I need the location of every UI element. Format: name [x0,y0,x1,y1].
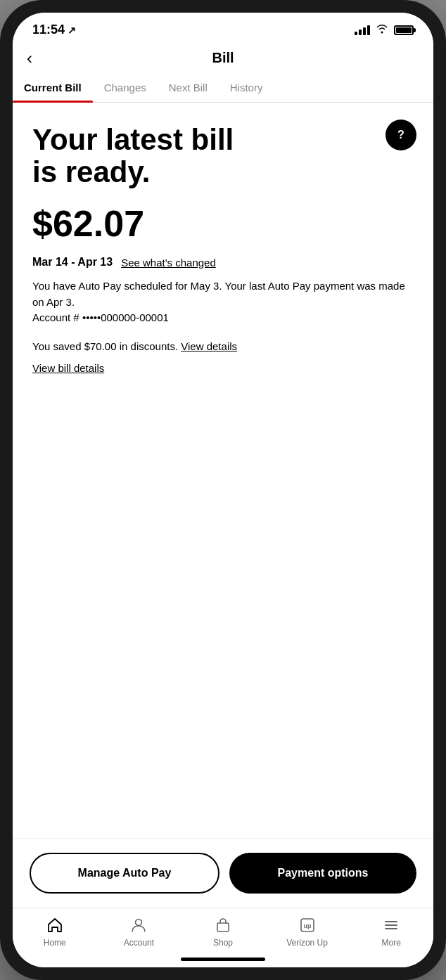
svg-text:up: up [303,922,311,929]
nav-item-home[interactable]: Home [13,915,97,948]
location-icon: ↗ [68,25,76,36]
view-bill-link[interactable]: View bill details [32,362,104,374]
payment-options-button[interactable]: Payment options [229,853,416,894]
svg-point-0 [136,920,142,926]
savings-text: You saved $70.00 in discounts. [32,340,178,352]
nav-label-verizon-up: Verizon Up [286,938,328,948]
status-time: 11:54 ↗ [32,22,76,37]
main-content: ? Your latest bill is ready. $62.07 Mar … [13,103,433,838]
nav-label-account: Account [124,938,154,948]
svg-rect-1 [217,923,229,931]
bill-date: Mar 14 - Apr 13 [32,256,113,269]
home-icon [45,915,65,935]
tab-next-bill[interactable]: Next Bill [158,73,219,102]
bottom-nav: Home Account [13,908,433,950]
bill-description: You have Auto Pay scheduled for May 3. Y… [32,278,414,326]
nav-item-verizon-up[interactable]: up Verizon Up [265,915,350,948]
bill-date-row: Mar 14 - Apr 13 See what's changed [32,256,414,269]
bill-heading-line1: Your latest bill [32,123,234,156]
signal-icon [355,25,370,35]
header-title: Bill [212,50,234,66]
nav-item-account[interactable]: Account [97,915,181,948]
bill-heading: Your latest bill is ready. [32,124,257,188]
nav-item-more[interactable]: More [349,915,433,948]
tab-changes[interactable]: Changes [93,73,158,102]
status-icons [355,24,414,37]
phone-screen: 11:54 ↗ [13,13,433,967]
home-indicator-bar [181,958,265,961]
tab-current-bill[interactable]: Current Bill [13,73,93,102]
status-bar: 11:54 ↗ [13,13,433,43]
manage-auto-pay-button[interactable]: Manage Auto Pay [30,853,219,894]
savings-row: You saved $70.00 in discounts. View deta… [32,340,414,352]
tab-bar: Current Bill Changes Next Bill History [13,73,433,103]
back-button[interactable]: ‹ [27,50,32,67]
question-icon: ? [397,129,404,141]
verizon-up-icon: up [298,915,317,935]
header: ‹ Bill [13,43,433,73]
view-details-link[interactable]: View details [181,340,237,352]
phone-frame: 11:54 ↗ [0,0,446,980]
wifi-icon [376,24,388,37]
see-changes-link[interactable]: See what's changed [121,257,216,269]
home-indicator [13,950,433,967]
tab-history[interactable]: History [219,73,274,102]
shop-icon [213,915,233,935]
bill-amount: $62.07 [32,202,414,245]
time-display: 11:54 [32,22,65,37]
battery-icon [394,25,414,35]
more-icon [381,915,401,935]
account-icon [129,915,148,935]
bill-heading-line2: is ready. [32,155,150,188]
nav-item-shop[interactable]: Shop [181,915,265,948]
nav-label-shop: Shop [213,938,233,948]
nav-label-home: Home [44,938,66,948]
nav-label-more: More [382,938,401,948]
help-button[interactable]: ? [386,120,416,150]
bottom-buttons: Manage Auto Pay Payment options [13,838,433,908]
